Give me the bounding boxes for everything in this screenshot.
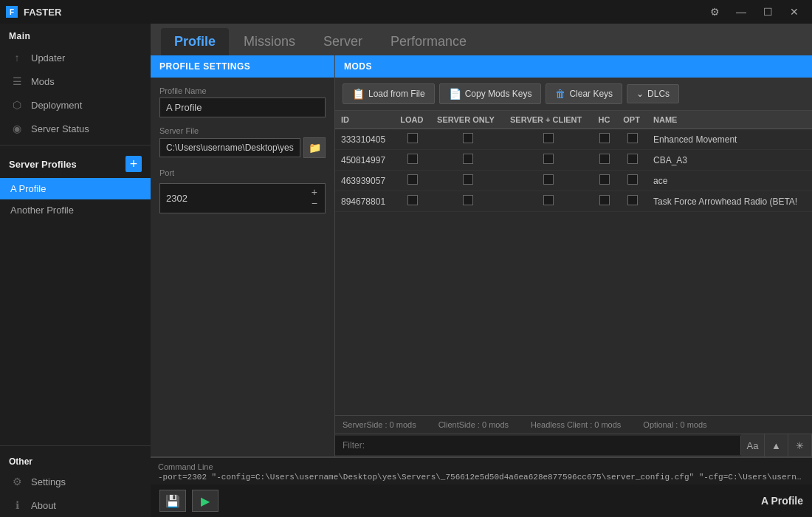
mod-checkbox[interactable]: [627, 154, 638, 164]
dlcs-button[interactable]: ⌄ DLCs: [627, 84, 679, 103]
filter-regex-button[interactable]: ✳: [788, 434, 812, 456]
filter-case-button[interactable]: ▲: [765, 434, 788, 456]
mod-checkbox[interactable]: [407, 174, 418, 185]
title-bar-left: F FASTER: [6, 6, 61, 18]
mod-checkbox[interactable]: [543, 133, 554, 143]
table-header-row: ID LOAD SERVER ONLY SERVER + CLIENT HC O…: [335, 111, 812, 129]
load-icon: 📋: [352, 88, 365, 100]
col-name: NAME: [647, 111, 812, 129]
mod-checkbox[interactable]: [463, 154, 473, 164]
save-button[interactable]: 💾: [159, 490, 186, 512]
command-line-value: -port=2302 "-config=C:\Users\username\De…: [158, 473, 805, 482]
port-decrement-button[interactable]: −: [310, 198, 319, 209]
mod-checkbox[interactable]: [463, 195, 473, 205]
copy-mods-keys-button[interactable]: 📄 Copy Mods Keys: [439, 83, 542, 104]
mod-checkbox[interactable]: [407, 195, 418, 205]
sidebar-item-settings[interactable]: ⚙ Settings: [0, 470, 151, 493]
mod-checkbox[interactable]: [599, 154, 610, 164]
chevron-down-icon: ⌄: [636, 89, 644, 99]
profile-name-group: Profile Name: [159, 86, 326, 117]
server-side-status: ServerSide : 0 mods: [343, 420, 416, 429]
col-opt: OPT: [617, 111, 647, 129]
table-row: 463939057ace: [335, 171, 812, 191]
sidebar-item-about[interactable]: ℹ About: [0, 493, 151, 517]
table-row: 333310405Enhanced Movement: [335, 129, 812, 150]
mods-toolbar: 📋 Load from File 📄 Copy Mods Keys 🗑 Clea…: [335, 78, 812, 111]
mods-icon: ☰: [10, 75, 24, 88]
sidebar-divider-bottom: [0, 445, 151, 446]
profile-name-input[interactable]: [159, 97, 326, 117]
sidebar-item-updater[interactable]: ↑ Updater: [0, 46, 151, 69]
mod-id: 333310405: [335, 129, 394, 150]
info-icon: ℹ: [10, 499, 24, 512]
filter-row: Aa ▲ ✳: [335, 434, 812, 456]
mod-checkbox[interactable]: [627, 195, 638, 205]
mod-checkbox[interactable]: [599, 195, 610, 205]
filter-aa-button[interactable]: Aa: [741, 434, 765, 456]
mod-checkbox[interactable]: [463, 133, 473, 143]
tab-missions[interactable]: Missions: [230, 28, 309, 55]
clear-icon: 🗑: [555, 88, 565, 100]
bottom-bar-left: 💾 ▶: [159, 490, 219, 512]
active-profile-name: A Profile: [761, 495, 803, 507]
sidebar-item-server-status[interactable]: ◉ Server Status: [0, 117, 151, 140]
app-body: Main ↑ Updater ☰ Mods ⬡ Deployment ◉ Ser…: [0, 24, 812, 517]
server-file-input[interactable]: [159, 138, 300, 157]
content-area: PROFILE SETTINGS Profile Name Server Fil…: [151, 55, 812, 456]
tab-performance[interactable]: Performance: [377, 28, 480, 55]
title-bar: F FASTER ⚙ — ☐ ✕: [0, 0, 812, 24]
close-button[interactable]: ✕: [782, 4, 806, 19]
port-increment-button[interactable]: +: [310, 187, 319, 198]
filter-input[interactable]: [335, 436, 741, 455]
sidebar-item-label-mods: Mods: [31, 76, 55, 87]
sidebar-item-label-updater: Updater: [31, 52, 65, 64]
mods-table: ID LOAD SERVER ONLY SERVER + CLIENT HC O…: [335, 111, 812, 212]
tab-bar: Profile Missions Server Performance: [151, 24, 812, 55]
mod-checkbox[interactable]: [463, 174, 473, 185]
col-server-client: SERVER + CLIENT: [504, 111, 593, 129]
mods-panel: MODS 📋 Load from File 📄 Copy Mods Keys 🗑…: [335, 55, 812, 456]
sidebar-profile-a-profile[interactable]: A Profile: [0, 178, 151, 199]
sidebar-profile-another-profile[interactable]: Another Profile: [0, 199, 151, 221]
headless-client-status: Headless Client : 0 mods: [531, 420, 621, 429]
title-bar-controls: ⚙ — ☐ ✕: [703, 4, 806, 19]
tab-profile[interactable]: Profile: [161, 28, 229, 55]
mod-id: 463939057: [335, 171, 394, 191]
mod-checkbox[interactable]: [599, 174, 610, 185]
mod-checkbox[interactable]: [543, 174, 554, 185]
sidebar-item-label-settings: Settings: [31, 476, 66, 487]
tab-server[interactable]: Server: [310, 28, 376, 55]
settings-icon: ⚙: [10, 475, 24, 488]
optional-status: Optional : 0 mods: [643, 420, 706, 429]
minimize-button[interactable]: —: [729, 4, 753, 19]
col-server-only: SERVER ONLY: [431, 111, 504, 129]
sidebar-item-mods[interactable]: ☰ Mods: [0, 69, 151, 93]
clear-keys-button[interactable]: 🗑 Clear Keys: [546, 83, 622, 104]
settings-button[interactable]: ⚙: [703, 4, 726, 19]
sidebar-profiles-header: Server Profiles +: [0, 150, 151, 178]
browse-button[interactable]: 📁: [303, 137, 326, 158]
mod-name: Task Force Arrowhead Radio (BETA!: [647, 191, 812, 212]
mods-header: MODS: [335, 55, 812, 78]
add-profile-button[interactable]: +: [125, 156, 142, 172]
play-button[interactable]: ▶: [192, 490, 219, 512]
sidebar-item-deployment[interactable]: ⬡ Deployment: [0, 93, 151, 117]
server-file-row: 📁: [159, 137, 326, 158]
other-section-label: Other: [0, 451, 151, 470]
server-status-icon: ◉: [10, 122, 24, 135]
port-container: Port 2302 + −: [159, 168, 326, 213]
mod-checkbox[interactable]: [407, 154, 418, 164]
profile-panel-body: Profile Name Server File 📁 Port 23: [151, 78, 334, 222]
port-controls: + −: [310, 187, 319, 210]
restore-button[interactable]: ☐: [756, 4, 780, 19]
sidebar-divider: [0, 145, 151, 145]
mod-checkbox[interactable]: [627, 174, 638, 185]
mod-checkbox[interactable]: [599, 133, 610, 143]
mod-checkbox[interactable]: [543, 195, 554, 205]
server-file-group: Server File 📁: [159, 126, 326, 158]
port-row: 2302 + −: [159, 183, 326, 213]
mod-checkbox[interactable]: [627, 133, 638, 143]
mod-checkbox[interactable]: [407, 133, 418, 143]
mod-checkbox[interactable]: [543, 154, 554, 164]
load-from-file-button[interactable]: 📋 Load from File: [343, 83, 435, 104]
